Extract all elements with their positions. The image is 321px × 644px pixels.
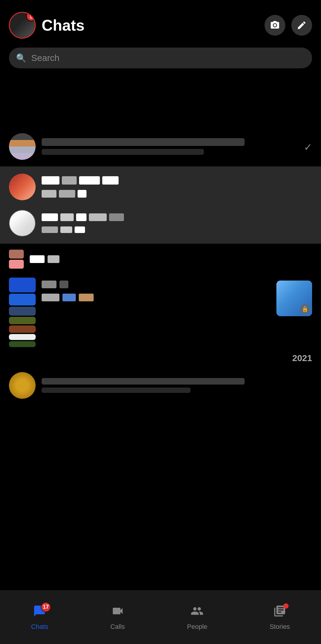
chat-content xyxy=(42,213,312,233)
pixel-block xyxy=(79,176,100,185)
chat-msg-bar xyxy=(42,388,191,393)
stories-label: Stories xyxy=(270,623,290,631)
compose-icon xyxy=(297,20,307,30)
pixel-thumb-white xyxy=(9,334,36,340)
people-icon-container xyxy=(191,604,204,621)
compose-button[interactable] xyxy=(291,15,312,36)
people-label: People xyxy=(187,623,207,631)
header-actions xyxy=(265,15,312,36)
pixel-block xyxy=(109,213,124,221)
chat-row[interactable]: ✓ xyxy=(0,128,321,166)
search-icon: 🔍 xyxy=(16,53,26,63)
chat-row[interactable] xyxy=(0,244,321,272)
pixel-thumb xyxy=(9,250,24,259)
pixel-block xyxy=(42,226,58,233)
nav-item-calls[interactable]: Calls xyxy=(110,604,125,631)
pixel-thumb-dgreen xyxy=(9,341,36,347)
pixel-thumb-blue2 xyxy=(9,294,36,306)
pixel-thumb-blue xyxy=(9,278,36,292)
pixel-block xyxy=(60,226,72,233)
pixel-block xyxy=(79,294,94,301)
pixel-block xyxy=(78,190,86,198)
story-thumbnail[interactable]: 🔒 xyxy=(276,281,312,316)
highlighted-section xyxy=(0,166,321,244)
pixel-thumb xyxy=(9,260,24,269)
pixel-thumb-brown xyxy=(9,325,36,333)
camera-icon xyxy=(270,20,280,30)
pixel-thumb-blue3 xyxy=(9,307,36,316)
chat-avatar xyxy=(9,174,36,200)
chat-name-bar xyxy=(42,378,245,385)
pixel-block xyxy=(30,255,45,263)
chat-row[interactable] xyxy=(0,205,321,244)
calls-icon xyxy=(111,604,124,618)
pixel-message xyxy=(42,176,312,185)
page-title: Chats xyxy=(42,16,265,34)
chat-row[interactable] xyxy=(0,166,321,205)
pixel-block xyxy=(42,190,56,198)
pixel-block xyxy=(42,213,58,221)
chat-row[interactable]: 🔒 xyxy=(0,272,321,350)
chats-label: Chats xyxy=(31,623,48,631)
chat-avatar xyxy=(9,133,36,160)
pixel-message-7 xyxy=(42,294,270,301)
bottom-nav: 17 Chats Calls People Stories xyxy=(0,591,321,644)
msg-bar xyxy=(42,149,204,155)
calls-label: Calls xyxy=(110,623,125,631)
calls-icon-container xyxy=(111,604,124,621)
chat-content xyxy=(42,281,270,301)
pixel-block xyxy=(102,176,119,185)
pixel-thumb-green xyxy=(9,317,36,324)
avatar-badge: 5 xyxy=(26,12,36,21)
user-avatar[interactable]: 5 xyxy=(9,12,36,39)
search-bar[interactable]: 🔍 Search xyxy=(9,48,312,68)
chat-name-bar xyxy=(42,138,245,146)
chat-row[interactable] xyxy=(0,366,321,402)
pixel-block xyxy=(76,213,86,221)
chat-content xyxy=(42,378,312,393)
pixel-message-6 xyxy=(42,281,270,288)
chats-badge: 17 xyxy=(41,602,51,612)
pixel-block xyxy=(42,294,59,301)
people-icon xyxy=(191,604,204,618)
chat-content xyxy=(42,138,312,155)
chat-list: ✓ xyxy=(0,74,321,402)
pixel-block xyxy=(42,281,56,288)
chat-content xyxy=(42,176,312,198)
empty-area xyxy=(0,74,321,128)
pixel-block xyxy=(75,226,85,233)
chat-avatar-stack xyxy=(9,250,24,269)
nav-item-people[interactable]: People xyxy=(187,604,207,631)
header: 5 Chats xyxy=(0,0,321,45)
chat-avatar xyxy=(9,210,36,237)
pixel-block xyxy=(60,213,74,221)
story-badge: 🔒 xyxy=(300,304,310,314)
chat-message-bars xyxy=(42,149,312,155)
pixel-message-4 xyxy=(42,226,312,233)
chat-avatar xyxy=(9,372,36,399)
pixel-block xyxy=(59,190,75,198)
stories-icon-container xyxy=(273,604,286,621)
check-icon: ✓ xyxy=(304,141,312,153)
pixel-message-2 xyxy=(42,190,312,198)
chat-avatar-multi xyxy=(9,278,36,347)
pixel-block xyxy=(62,176,77,185)
pixel-block xyxy=(42,176,59,185)
chats-icon-container: 17 xyxy=(33,604,46,621)
pixel-message-3 xyxy=(42,213,312,221)
year-row: 2021 xyxy=(0,350,321,366)
nav-item-chats[interactable]: 17 Chats xyxy=(31,604,48,631)
camera-button[interactable] xyxy=(265,15,285,36)
pixel-block xyxy=(59,281,68,288)
pixel-message-5 xyxy=(30,255,312,263)
search-container: 🔍 Search xyxy=(0,45,321,74)
year-label: 2021 xyxy=(292,353,312,363)
search-placeholder: Search xyxy=(31,53,59,63)
chat-content xyxy=(30,255,312,263)
pixel-block xyxy=(48,255,59,263)
pixel-block xyxy=(62,294,76,301)
pixel-block xyxy=(89,213,107,221)
nav-item-stories[interactable]: Stories xyxy=(270,604,290,631)
stories-dot xyxy=(283,603,289,609)
